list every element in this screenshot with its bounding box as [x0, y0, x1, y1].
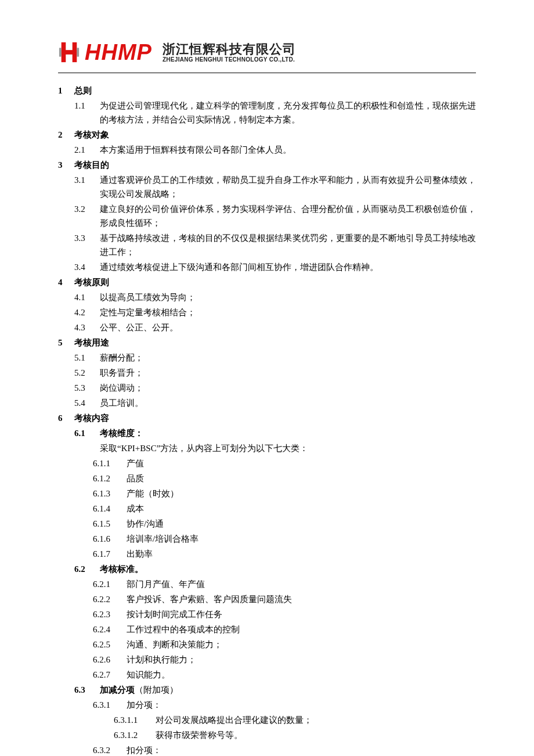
item-3-1: 3.1 通过客观评价员工的工作绩效，帮助员工提升自身工作水平和能力，从而有效提升…	[58, 173, 476, 201]
item-number: 3.3	[74, 231, 100, 259]
item-text: 薪酬分配；	[100, 351, 476, 365]
subitem-6-1-7: 6.1.7出勤率	[58, 547, 476, 561]
item-number: 5.1	[74, 351, 100, 365]
section-1: 1 总则	[58, 84, 476, 98]
section-3: 3 考核目的	[58, 158, 476, 172]
subitem-6-2-6: 6.2.6计划和执行能力；	[58, 653, 476, 667]
item-number: 5.4	[74, 396, 100, 410]
section-title: 考核内容	[74, 411, 109, 425]
item-4-3: 4.3 公平、公正、公开。	[58, 321, 476, 334]
section-6: 6 考核内容	[58, 411, 476, 425]
section-2: 2 考核对象	[58, 128, 476, 142]
item-5-3: 5.3 岗位调动；	[58, 381, 476, 395]
subitem-number: 6.1.7	[93, 547, 127, 561]
subitem-6-1-5: 6.1.5协作/沟通	[58, 517, 476, 531]
subitem-text: 协作/沟通	[127, 517, 476, 531]
document-body: 1 总则 1.1 为促进公司管理现代化，建立科学的管理制度，充分发挥每位员工的积…	[58, 84, 476, 756]
subitem-6-1-1: 6.1.1产值	[58, 456, 476, 470]
subitem-text: 品质	[127, 471, 476, 485]
subitem-number: 6.3.1	[93, 698, 127, 712]
subitem-number: 6.2.2	[93, 592, 127, 606]
subitem-6-2-5: 6.2.5沟通、判断和决策能力；	[58, 638, 476, 651]
subheading-6-1: 6.1 考核维度：	[58, 426, 476, 440]
item-number: 4.1	[74, 290, 100, 304]
subitem-6-3-1: 6.3.1加分项：	[58, 698, 476, 712]
subitem-6-1-6: 6.1.6培训率/培训合格率	[58, 532, 476, 546]
subheading-6-3: 6.3 加减分项（附加项）	[58, 683, 476, 697]
item-4-1: 4.1 以提高员工绩效为导向；	[58, 290, 476, 304]
item-text: 以提高员工绩效为导向；	[100, 290, 476, 304]
subitem-6-2-2: 6.2.2客户投诉、客户索赔、客户因质量问题流失	[58, 592, 476, 606]
subitem-text: 工作过程中的各项成本的控制	[127, 622, 476, 636]
subitem-text: 出勤率	[127, 547, 476, 561]
section-number: 6	[58, 411, 74, 425]
logo-block: HHMP	[58, 35, 152, 70]
company-name-block: 浙江恒辉科技有限公司 ZHEJIANG HENGHUI TECHNOLOGY C…	[163, 42, 296, 63]
subheading-title-bold: 加减分项	[100, 685, 135, 694]
company-name-cn: 浙江恒辉科技有限公司	[163, 42, 296, 56]
item-5-1: 5.1 薪酬分配；	[58, 351, 476, 365]
section-4: 4 考核原则	[58, 275, 476, 289]
item-number: 5.3	[74, 381, 100, 395]
subitem-number: 6.1.4	[93, 502, 127, 516]
subitem-number: 6.2.4	[93, 622, 127, 636]
item-number: 4.2	[74, 305, 100, 319]
subitem-text: 培训率/培训合格率	[127, 532, 476, 546]
section-number: 3	[58, 158, 74, 172]
subheading-title: 考核标准。	[100, 562, 143, 576]
item-3-4: 3.4 通过绩效考核促进上下级沟通和各部门间相互协作，增进团队合作精神。	[58, 260, 476, 274]
subitem-6-3-2: 6.3.2扣分项：	[58, 743, 476, 756]
subitem-number: 6.1.3	[93, 487, 127, 501]
item-number: 2.1	[74, 143, 100, 157]
item-3-3: 3.3 基于战略持续改进，考核的目的不仅仅是根据结果奖优罚劣，更重要的是不断地引…	[58, 231, 476, 259]
item-5-4: 5.4 员工培训。	[58, 396, 476, 410]
section-title: 考核目的	[74, 158, 109, 172]
item-number: 3.1	[74, 173, 100, 201]
item-4-2: 4.2 定性与定量考核相结合；	[58, 305, 476, 319]
item-text: 建立良好的公司价值评价体系，努力实现科学评估、合理分配价值，从而驱动员工积极创造…	[100, 202, 476, 230]
item-number: 4.3	[74, 321, 100, 334]
subheading-title-suffix: （附加项）	[135, 685, 178, 694]
section-number: 2	[58, 128, 74, 142]
subitem-number: 6.1.1	[93, 456, 127, 470]
item-text: 基于战略持续改进，考核的目的不仅仅是根据结果奖优罚劣，更重要的是不断地引导员工持…	[100, 231, 476, 259]
item-text: 员工培训。	[100, 396, 476, 410]
subheading-number: 6.2	[74, 562, 100, 576]
subsubitem-6-3-1-2: 6.3.1.2获得市级荣誉称号等。	[58, 728, 476, 742]
subitem-6-1-2: 6.1.2品质	[58, 471, 476, 485]
subheading-6-1-intro: 采取“KPI+BSC”方法，从内容上可划分为以下七大类：	[58, 441, 476, 455]
item-text: 为促进公司管理现代化，建立科学的管理制度，充分发挥每位员工的积极性和创造性，现依…	[100, 99, 476, 127]
subsubitem-number: 6.3.1.1	[114, 713, 156, 727]
subitem-6-1-4: 6.1.4成本	[58, 502, 476, 516]
item-text: 本方案适用于恒辉科技有限公司各部门全体人员。	[100, 143, 476, 157]
subitem-number: 6.2.5	[93, 638, 127, 651]
item-text: 公平、公正、公开。	[100, 321, 476, 334]
item-number: 5.2	[74, 366, 100, 380]
item-number: 3.2	[74, 202, 100, 230]
subsubitem-6-3-1-1: 6.3.1.1对公司发展战略提出合理化建议的数量；	[58, 713, 476, 727]
subsubitem-text: 获得市级荣誉称号等。	[156, 728, 476, 742]
item-text: 通过客观评价员工的工作绩效，帮助员工提升自身工作水平和能力，从而有效提升公司整体…	[100, 173, 476, 201]
subheading-number: 6.1	[74, 426, 100, 440]
subitem-text: 产值	[127, 456, 476, 470]
subitem-text: 扣分项：	[127, 743, 476, 756]
subitem-6-1-3: 6.1.3产能（时效）	[58, 487, 476, 501]
item-3-2: 3.2 建立良好的公司价值评价体系，努力实现科学评估、合理分配价值，从而驱动员工…	[58, 202, 476, 230]
item-text: 定性与定量考核相结合；	[100, 305, 476, 319]
item-number: 1.1	[74, 99, 100, 127]
subitem-text: 成本	[127, 502, 476, 516]
subitem-number: 6.1.2	[93, 471, 127, 485]
subitem-6-2-3: 6.2.3按计划时间完成工作任务	[58, 607, 476, 621]
logo-text: HHMP	[85, 35, 152, 70]
subsubitem-number: 6.3.1.2	[114, 728, 156, 742]
section-5: 5 考核用途	[58, 336, 476, 350]
section-title: 总则	[74, 84, 92, 98]
logo-icon	[58, 41, 80, 63]
subitem-text: 客户投诉、客户索赔、客户因质量问题流失	[127, 592, 476, 606]
section-number: 5	[58, 336, 74, 350]
subitem-text: 知识能力。	[127, 668, 476, 682]
subitem-number: 6.1.5	[93, 517, 127, 531]
subitem-text: 沟通、判断和决策能力；	[127, 638, 476, 651]
subitem-number: 6.2.3	[93, 607, 127, 621]
subitem-number: 6.2.6	[93, 653, 127, 667]
